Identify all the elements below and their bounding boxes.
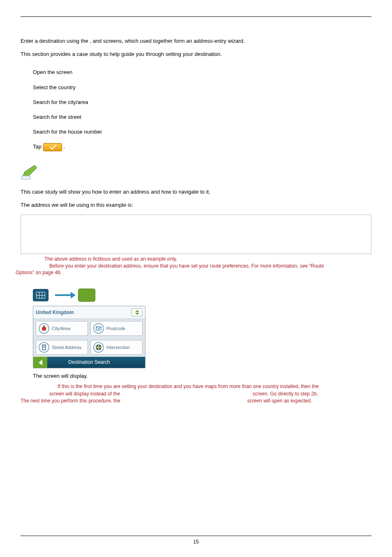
postcode-icon xyxy=(93,323,104,334)
arrow-right-icon xyxy=(55,294,71,296)
destination-search-panel: United Kingdom City/Area Postcode xyxy=(33,306,145,368)
svg-rect-7 xyxy=(43,347,44,348)
panel-footer: Destination Search xyxy=(33,357,145,368)
map-menu-icon xyxy=(33,289,48,301)
after-panel-text: The screen will display. xyxy=(33,372,371,380)
svg-rect-11 xyxy=(96,347,101,348)
intro-text: screens, which used together form an add… xyxy=(103,38,245,44)
page-number: 15 xyxy=(193,539,198,545)
note-block: The above address is fictitious and used… xyxy=(21,256,371,276)
intro-text: and xyxy=(93,38,103,44)
postcode-label: Postcode xyxy=(106,326,125,332)
step-text: . xyxy=(63,144,65,150)
back-button[interactable] xyxy=(33,357,47,368)
body-p1: This case study will show you how to ent… xyxy=(21,188,371,196)
city-area-label: City/Area xyxy=(52,326,70,332)
city-area-button[interactable]: City/Area xyxy=(36,321,88,336)
svg-rect-4 xyxy=(42,345,46,350)
after-a: The xyxy=(33,373,44,379)
panel-footer-title: Destination Search xyxy=(68,359,110,365)
step-text: Tap xyxy=(33,144,43,150)
svg-rect-5 xyxy=(43,346,44,347)
step-5: Search for the house number xyxy=(33,128,371,136)
svg-rect-1 xyxy=(42,327,46,331)
intersection-button[interactable]: Intersection xyxy=(90,340,143,355)
ui-screenshot: United Kingdom City/Area Postcode xyxy=(33,286,371,368)
step-1: Open the screen xyxy=(33,69,371,76)
red-l3a: The next time you perform this procedure… xyxy=(21,398,120,404)
red-note-block: If this is the first time you are settin… xyxy=(21,383,371,404)
street-address-icon xyxy=(39,342,49,353)
street-address-label: Street Address xyxy=(52,345,81,350)
pencil-note-icon xyxy=(21,164,40,182)
postcode-button[interactable]: Postcode xyxy=(90,321,143,336)
step-6: Tap . xyxy=(33,143,371,151)
address-box xyxy=(21,215,371,254)
step-2: Select the country xyxy=(33,84,371,91)
note-line-2b: Options” on page 46. xyxy=(16,270,62,275)
step-3: Search for the city/area xyxy=(33,99,371,106)
street-address-button[interactable]: Street Address xyxy=(36,340,88,355)
step-text: Open the xyxy=(33,69,56,75)
intersection-icon xyxy=(93,342,104,353)
step-4: Search for the street xyxy=(33,113,371,121)
panel-header: United Kingdom xyxy=(33,306,145,319)
steps-list: Open the screen Select the country Searc… xyxy=(33,69,371,151)
country-label: United Kingdom xyxy=(36,309,74,316)
note-line-2a: Before you enter your destination addres… xyxy=(49,263,324,269)
go-icon xyxy=(78,289,95,302)
nav-icon-row xyxy=(33,286,371,306)
intro-line-1: Enter a destination using the , and scre… xyxy=(21,37,371,45)
intro-text: Enter a destination using the xyxy=(21,38,90,44)
country-dropdown-icon[interactable] xyxy=(131,308,143,317)
red-l2a: screen will display instead of the xyxy=(49,391,120,397)
ok-button-icon xyxy=(43,143,62,151)
svg-rect-0 xyxy=(21,176,30,179)
city-area-icon xyxy=(39,323,49,334)
page-footer: 15 xyxy=(21,536,371,545)
step-text: screen xyxy=(56,69,72,75)
svg-rect-8 xyxy=(44,347,45,348)
after-b: screen will display. xyxy=(44,373,88,379)
red-l2b: screen. Go directly to step 2b. xyxy=(253,391,318,397)
red-l1: If this is the first time you are settin… xyxy=(58,384,319,389)
intro-text: , xyxy=(90,38,92,44)
note-line-1: The above address is fictitious and used… xyxy=(49,256,371,263)
intro-line-2: This section provides a case study to he… xyxy=(21,51,371,58)
body-p2: The address we will be using in this exa… xyxy=(21,201,371,209)
svg-rect-6 xyxy=(44,346,45,347)
header-rule xyxy=(21,16,371,17)
svg-rect-2 xyxy=(43,326,45,328)
intersection-label: Intersection xyxy=(106,344,130,351)
red-l3b: screen will open as expected. xyxy=(247,398,312,404)
